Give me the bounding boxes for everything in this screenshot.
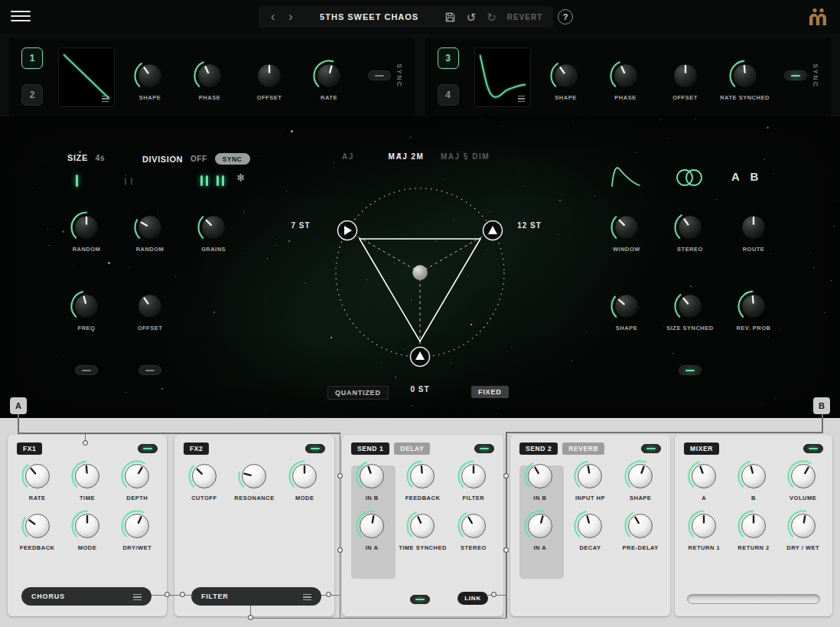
knob-time-synched[interactable]: TIME SYNCHED (398, 509, 447, 551)
knob-phase[interactable]: PHASE (185, 59, 234, 101)
lfo-slot-2-button[interactable]: 2 (21, 84, 43, 106)
lfo-slot-4-button[interactable]: 4 (438, 84, 459, 106)
knob-dial[interactable] (623, 509, 657, 543)
knob-shape[interactable]: SHAPE (602, 289, 651, 331)
preset-next-button[interactable]: › (287, 11, 294, 23)
knob-offset[interactable]: OFFSET (245, 59, 294, 101)
knob-dial[interactable] (70, 211, 103, 244)
knob-dial[interactable] (737, 509, 770, 543)
redo-icon[interactable]: ↻ (487, 11, 497, 23)
knob-dial[interactable] (623, 459, 657, 493)
freq-mod-toggle[interactable] (75, 365, 98, 375)
knob-dial[interactable] (120, 459, 154, 493)
knob-dial[interactable] (312, 59, 346, 93)
knob-return-2[interactable]: RETURN 2 (729, 509, 778, 551)
knob-dial[interactable] (610, 289, 643, 323)
knob-in-a[interactable]: IN A (347, 509, 396, 551)
lfo2-waveform-display[interactable] (474, 47, 531, 107)
fx2-type-dropdown[interactable]: FILTER (191, 587, 321, 606)
knob-dial[interactable] (133, 59, 167, 93)
knob-rate[interactable]: RATE (13, 459, 62, 501)
knob-dial[interactable] (21, 459, 54, 493)
route-ab-label[interactable]: A B (731, 170, 762, 183)
knob-rev-prob[interactable]: REV. PROB (729, 289, 778, 331)
fx1-type-dropdown[interactable]: CHORUS (21, 587, 151, 606)
send1-enable-toggle[interactable] (474, 444, 494, 453)
knob-dial[interactable] (70, 289, 103, 323)
knob-dial[interactable] (133, 289, 167, 323)
knob-offset[interactable]: OFFSET (661, 59, 710, 101)
knob-dial[interactable] (737, 211, 770, 244)
knob-freq[interactable]: FREQ (62, 289, 111, 331)
knob-filter[interactable]: FILTER (449, 459, 498, 501)
harmony-center-handle[interactable] (413, 266, 428, 280)
knob-grains[interactable]: GRAINS (189, 211, 238, 253)
preset-name[interactable]: 5THS SWEET CHAOS (305, 12, 434, 21)
knob-dry-wet[interactable]: DRY / WET (779, 509, 828, 551)
division-value[interactable]: OFF (190, 155, 207, 163)
fx2-enable-toggle[interactable] (305, 444, 325, 453)
send1-link-button[interactable]: LINK (457, 592, 488, 605)
knob-offset[interactable]: OFFSET (125, 289, 174, 331)
save-icon[interactable] (444, 11, 456, 23)
knob-dial[interactable] (237, 459, 271, 493)
window-envelope-icon[interactable] (610, 165, 641, 188)
knob-shape[interactable]: SHAPE (616, 459, 665, 501)
knob-dial[interactable] (21, 509, 54, 543)
mixer-enable-toggle[interactable] (803, 444, 823, 453)
division-sync-badge[interactable]: SYNC (215, 153, 250, 165)
knob-dial[interactable] (70, 459, 104, 493)
knob-dial[interactable] (355, 509, 389, 543)
knob-dial[interactable] (457, 459, 490, 493)
knob-random[interactable]: RANDOM (125, 211, 174, 253)
knob-dial[interactable] (187, 459, 221, 493)
knob-volume[interactable]: VOLUME (779, 459, 828, 501)
knob-dry-wet[interactable]: DRY/WET (112, 509, 161, 551)
fixed-button[interactable]: FIXED (471, 386, 509, 398)
knob-resonance[interactable]: RESONANCE (230, 459, 278, 501)
harmony-wheel[interactable] (275, 132, 566, 400)
knob-dial[interactable] (573, 459, 607, 493)
knob-dial[interactable] (405, 459, 439, 493)
waveform-menu-icon[interactable] (102, 94, 109, 103)
offset-mod-toggle[interactable] (138, 365, 161, 375)
knob-dial[interactable] (197, 211, 230, 244)
knob-dial[interactable] (193, 59, 226, 93)
knob-input-hp[interactable]: INPUT HP (565, 459, 614, 501)
knob-route[interactable]: ROUTE (729, 211, 778, 253)
knob-size-synched[interactable]: SIZE SYNCHED (666, 289, 715, 331)
size-value[interactable]: 4s (96, 154, 105, 162)
freeze-icon[interactable]: ❄ (236, 171, 246, 184)
fx1-enable-toggle[interactable] (138, 444, 158, 453)
main-menu-icon[interactable] (11, 11, 31, 24)
stereo-circles-icon[interactable] (672, 167, 707, 188)
knob-stereo[interactable]: STEREO (666, 211, 715, 253)
lfo2-sync-toggle[interactable] (784, 70, 807, 80)
knob-dial[interactable] (355, 459, 389, 493)
lfo1-sync-toggle[interactable] (368, 70, 391, 80)
lfo1-waveform-display[interactable] (58, 47, 115, 107)
undo-icon[interactable]: ↺ (467, 11, 477, 23)
knob-dial[interactable] (288, 459, 321, 493)
knob-dial[interactable] (786, 459, 820, 493)
knob-dial[interactable] (786, 509, 820, 543)
knob-dial[interactable] (120, 509, 154, 543)
knob-b[interactable]: B (729, 459, 778, 501)
mixer-fader[interactable] (687, 594, 820, 604)
knob-shape[interactable]: SHAPE (542, 59, 591, 101)
harmony-handle-right[interactable] (483, 221, 503, 240)
knob-dial[interactable] (687, 459, 721, 493)
revert-button[interactable]: REVERT (507, 13, 543, 21)
knob-cutoff[interactable]: CUTOFF (180, 459, 229, 501)
harmony-handle-bottom[interactable] (411, 348, 430, 367)
knob-rate-synched[interactable]: RATE SYNCHED (721, 59, 770, 101)
knob-random[interactable]: RANDOM (62, 211, 111, 253)
knob-mode[interactable]: MODE (280, 459, 329, 501)
knob-dial[interactable] (457, 509, 490, 543)
knob-window[interactable]: WINDOW (602, 211, 651, 253)
lfo-slot-1-button[interactable]: 1 (21, 47, 43, 69)
size-sync-toggle[interactable] (679, 365, 702, 375)
knob-feedback[interactable]: FEEDBACK (398, 459, 447, 501)
knob-feedback[interactable]: FEEDBACK (13, 509, 62, 551)
knob-dial[interactable] (673, 289, 707, 323)
